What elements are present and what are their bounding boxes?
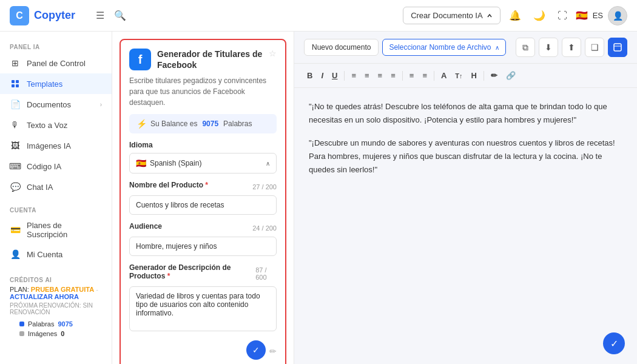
- account-icon: 👤: [10, 249, 21, 260]
- italic-button[interactable]: I: [318, 69, 326, 83]
- crear-documento-button[interactable]: Crear Documento IA: [403, 7, 500, 24]
- creditos-title: CRÉDITOS AI: [10, 277, 102, 283]
- format-divider-3: [434, 71, 434, 81]
- top-icons: ☰ 🔍: [92, 6, 130, 25]
- sidebar-label-documentos: Documentos: [27, 100, 71, 109]
- editor-paragraph-2: "¡Descubre un mundo de sabores y aventur…: [309, 136, 622, 177]
- share-icon-btn[interactable]: ⬆: [562, 38, 581, 57]
- active-view-btn[interactable]: [608, 38, 627, 57]
- balance-label: Su Balance es: [150, 120, 197, 128]
- imagenes-credit-row: Imágenes 0: [10, 329, 102, 339]
- image-icon: 🖼: [10, 140, 21, 151]
- editor-content[interactable]: "¡No te quedes atrás! Descubre los teléf…: [294, 88, 637, 364]
- idioma-select-inner: 🇪🇸 Spanish (Spain): [136, 158, 201, 168]
- flag-icon: 🇪🇸: [576, 10, 588, 21]
- align-left-button[interactable]: ≡: [348, 69, 359, 83]
- top-right: Crear Documento IA 🔔 🌙 ⛶ 🇪🇸 ES 👤: [403, 6, 627, 25]
- renovacion-label: PRÓXIMA RENOVACIÓN: SIN RENOVACIÓN: [10, 302, 102, 315]
- heading-button[interactable]: H: [468, 69, 480, 83]
- font-size-up-button[interactable]: T↑: [452, 70, 465, 82]
- imagenes-label: Imágenes: [28, 330, 57, 337]
- facebook-icon: f: [129, 49, 151, 70]
- chevron-up-select-icon: ∧: [266, 160, 270, 167]
- chevron-up-icon: [487, 13, 493, 19]
- notifications-button[interactable]: 🔔: [505, 6, 525, 25]
- sidebar-item-documentos[interactable]: 📄 Documentos ›: [0, 94, 112, 115]
- imagenes-count: 0: [61, 330, 64, 337]
- audience-header: Audience 24 / 200: [129, 222, 277, 234]
- list-button[interactable]: ≡: [406, 69, 417, 83]
- sidebar: PANEL IA ⊞ Panel de Control Templates 📄 …: [0, 32, 112, 364]
- format-divider-2: [402, 71, 403, 81]
- underline-button[interactable]: U: [329, 69, 340, 83]
- card-description: Escribe titulares pegadizos y convincent…: [129, 75, 277, 108]
- duplicate-icon-btn[interactable]: ❑: [585, 38, 604, 57]
- svg-rect-2: [12, 84, 15, 87]
- bottom-confirm-button[interactable]: ✓: [603, 332, 625, 354]
- nombre-producto-counter: 27 / 200: [252, 183, 277, 190]
- templates-icon: [10, 78, 21, 89]
- sidebar-item-codigo-ia[interactable]: ⌨ Código IA: [0, 156, 112, 177]
- cuenta-title: CUENTA: [0, 202, 112, 216]
- creditos-section: CRÉDITOS AI PLAN: PRUEBA GRATUITA - ACTU…: [0, 272, 112, 343]
- nombre-producto-input[interactable]: [129, 195, 277, 215]
- align-center-button[interactable]: ≡: [362, 69, 372, 83]
- align-justify-button[interactable]: ≡: [388, 69, 399, 83]
- link-button[interactable]: 🔗: [503, 69, 519, 83]
- dark-mode-button[interactable]: 🌙: [530, 6, 549, 25]
- user-avatar[interactable]: 👤: [608, 6, 627, 25]
- spain-flag-icon: 🇪🇸: [136, 158, 146, 168]
- edit-pencil-icon[interactable]: ✏: [269, 346, 277, 356]
- sidebar-item-panel-control[interactable]: ⊞ Panel de Control: [0, 53, 112, 73]
- bold-button[interactable]: B: [304, 69, 315, 83]
- right-toolbar: Nuevo documento Seleccionar Nombre de Ar…: [294, 32, 637, 64]
- ordered-list-button[interactable]: ≡: [419, 69, 430, 83]
- plan-upgrade-link[interactable]: ACTUALIZAR AHORA: [10, 293, 79, 300]
- plan-label: PLAN:: [10, 286, 29, 293]
- audience-label: Audience: [129, 222, 162, 231]
- sidebar-item-chat-ia[interactable]: 💬 Chat IA: [0, 177, 112, 197]
- sidebar-label-panel-control: Panel de Control: [27, 59, 86, 68]
- view-icon: [613, 43, 622, 52]
- left-panel: f Generador de Titulares de Facebook ☆ E…: [112, 32, 294, 364]
- pen-button[interactable]: ✏: [488, 69, 500, 83]
- card-header: f Generador de Titulares de Facebook ☆: [121, 40, 285, 75]
- sidebar-item-mi-cuenta[interactable]: 👤 Mi Cuenta: [0, 244, 112, 265]
- nuevo-documento-tab[interactable]: Nuevo documento: [304, 39, 379, 56]
- font-color-button[interactable]: A: [438, 69, 450, 83]
- audience-input[interactable]: [129, 237, 277, 256]
- logo-icon: C: [10, 6, 29, 25]
- audience-field: Audience 24 / 200: [129, 222, 277, 256]
- plans-icon: 💳: [10, 224, 21, 235]
- favorite-star-icon[interactable]: ☆: [269, 49, 277, 58]
- palabras-label: Palabras: [28, 320, 54, 328]
- align-right-button[interactable]: ≡: [375, 69, 386, 83]
- expand-button[interactable]: ⛶: [554, 7, 571, 25]
- descripcion-textarea[interactable]: Variedad de libros y cuentas para todo t…: [129, 286, 277, 331]
- idioma-select[interactable]: 🇪🇸 Spanish (Spain) ∧: [129, 153, 277, 174]
- palabras-credit-row: Palabras 9075: [10, 319, 102, 329]
- sidebar-item-texto-voz[interactable]: 🎙 Texto a Voz: [0, 115, 112, 135]
- menu-toggle-button[interactable]: ☰: [92, 6, 108, 25]
- seleccionar-archivo-select[interactable]: Seleccionar Nombre de Archivo ∧: [382, 39, 505, 56]
- descripcion-counter: 87 / 600: [255, 266, 277, 281]
- sidebar-label-codigo-ia: Código IA: [27, 162, 61, 171]
- search-button[interactable]: 🔍: [110, 6, 130, 25]
- plan-free-link[interactable]: PRUEBA GRATUITA: [31, 286, 94, 293]
- sidebar-label-chat-ia: Chat IA: [27, 183, 53, 192]
- panel-ia-title: PANEL IA: [0, 39, 112, 53]
- required-marker: *: [205, 181, 208, 189]
- sidebar-item-imagenes-ia[interactable]: 🖼 Imágenes IA: [0, 135, 112, 156]
- format-bar: B I U ≡ ≡ ≡ ≡ ≡ ≡ A T↑ H ✏: [294, 64, 637, 88]
- download-icon-btn[interactable]: ⬇: [539, 38, 558, 57]
- sidebar-item-templates[interactable]: Templates: [0, 73, 112, 94]
- sidebar-label-templates: Templates: [27, 79, 62, 89]
- desc-required-marker: *: [167, 272, 170, 280]
- card-actions: ✓ ✏: [129, 340, 277, 362]
- lang-label: ES: [593, 11, 603, 20]
- editor-paragraph-1: "¡No te quedes atrás! Descubre los teléf…: [309, 100, 622, 127]
- sidebar-item-planes[interactable]: 💳 Planes de Suscripción: [0, 216, 112, 244]
- copy-icon-btn[interactable]: ⧉: [516, 38, 535, 57]
- document-icon: 📄: [10, 99, 21, 110]
- confirm-button[interactable]: ✓: [246, 340, 266, 360]
